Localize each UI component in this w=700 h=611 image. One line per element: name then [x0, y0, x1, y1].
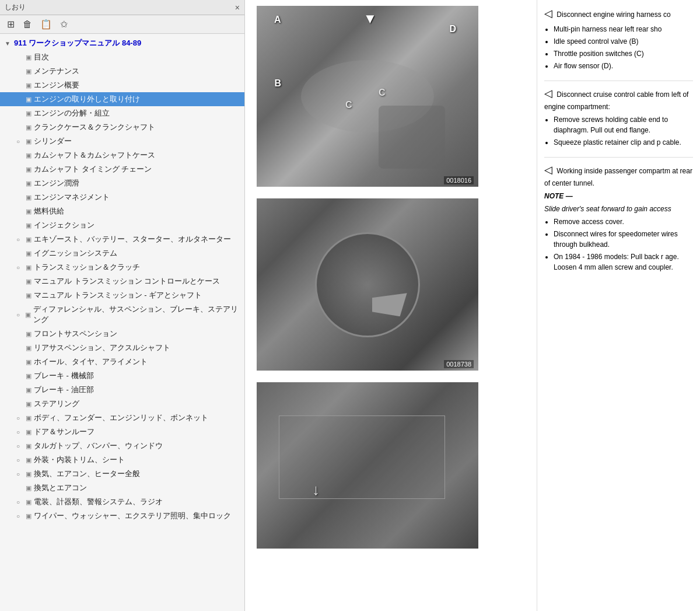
instruction-2-title: ◁ Disconnect cruise control cable from l…	[544, 86, 693, 112]
page-icon: ▣	[26, 138, 32, 145]
tree-item-label: トランスミッション＆クラッチ	[34, 262, 140, 273]
tree-item-label: メンテナンス	[34, 66, 79, 76]
sidebar-item-exhaust[interactable]: ○▣エキゾースト、バッテリー、スターター、オルタネーター	[0, 232, 244, 246]
tree-item-label: カムシャフト＆カムシャフトケース	[34, 150, 155, 160]
tree-item-label: ホイール、タイヤ、アライメント	[34, 357, 148, 367]
separator-1	[544, 81, 693, 81]
sidebar-toolbar: ⊞ 🗑 📋 ✩	[0, 15, 244, 34]
tree-item-label: ステアリング	[34, 399, 79, 409]
sidebar-item-manual-trans1[interactable]: ▣マニュアル トランスミッション コントロールとケース	[0, 274, 244, 288]
toolbar-btn-grid[interactable]: ⊞	[5, 18, 17, 31]
expander-icon: ○	[16, 236, 24, 243]
arrow-icon-1: ◁	[544, 8, 552, 19]
tree-item-label: 換気とエアコン	[34, 483, 87, 493]
instruction-3-title: ◁ Working inside passenger compartm at r…	[544, 162, 693, 188]
sidebar-item-camshaft2[interactable]: ▣カムシャフト タイミング チェーン	[0, 162, 244, 176]
tree-item-label: ドア＆サンルーフ	[34, 427, 94, 437]
expander-icon: ○	[16, 443, 24, 449]
tree-item-label: フロントサスペンション	[34, 329, 117, 339]
sidebar-item-engine-overview[interactable]: ▣エンジン概要	[0, 78, 244, 92]
bullet-1-2: Idle speed control valve (B)	[554, 36, 693, 47]
sidebar-item-differential[interactable]: ○▣ディファレンシャル、サスペンション、ブレーキ、ステアリング	[0, 302, 244, 327]
tree-item-label: マニュアル トランスミッション コントロールとケース	[34, 276, 220, 287]
toolbar-btn-delete[interactable]: 🗑	[20, 18, 34, 31]
expander-icon: ○	[16, 499, 24, 505]
sidebar-item-electrical[interactable]: ○▣電装、計器類、警報システム、ラジオ	[0, 495, 244, 509]
sidebar-item-transmission1[interactable]: ○▣トランスミッション＆クラッチ	[0, 260, 244, 274]
sidebar-item-root[interactable]: ▼911 ワークショップマニュアル 84-89	[0, 36, 244, 50]
sidebar-close-button[interactable]: ×	[235, 3, 240, 12]
tree-item-label: エンジン潤滑	[34, 178, 79, 188]
sidebar-item-steering[interactable]: ▣ステアリング	[0, 397, 244, 411]
sidebar-item-maintenance[interactable]: ▣メンテナンス	[0, 64, 244, 78]
page-icon: ▣	[26, 208, 32, 215]
bullet-3-1: Remove access cover.	[554, 217, 693, 227]
bullet-1-4: Air flow sensor (D).	[554, 61, 693, 71]
sidebar-item-index[interactable]: ▣目次	[0, 50, 244, 64]
sidebar-item-injection[interactable]: ▣インジェクション	[0, 218, 244, 232]
toolbar-btn-star[interactable]: ✩	[58, 18, 70, 31]
expander-icon: ○	[16, 429, 24, 435]
page-icon: ▣	[26, 180, 32, 187]
page-icon: ▣	[26, 414, 32, 422]
sidebar-item-brake-hyd[interactable]: ▣ブレーキ - 油圧部	[0, 383, 244, 397]
page-icon: ▣	[26, 344, 32, 352]
sidebar-item-wheels[interactable]: ▣ホイール、タイヤ、アライメント	[0, 355, 244, 369]
sidebar-item-body[interactable]: ○▣ボディ、フェンダー、エンジンリッド、ボンネット	[0, 411, 244, 425]
page-icon: ▣	[26, 194, 32, 201]
page-icon: ▣	[26, 386, 32, 394]
sidebar-item-engine-lube[interactable]: ▣エンジン潤滑	[0, 176, 244, 190]
instruction-1-list: Multi-pin harness near left rear sho Idl…	[554, 24, 693, 71]
sidebar-item-engine-mgmt[interactable]: ▣エンジンマネジメント	[0, 190, 244, 204]
page-icon: ▣	[26, 110, 32, 117]
sidebar-title: しおり	[5, 2, 26, 12]
engine-image-3: ↓	[257, 382, 478, 549]
sidebar-item-engine-disassembly[interactable]: ▣エンジンの分解・組立	[0, 106, 244, 120]
sidebar-item-exterior[interactable]: ○▣外装・内装トリム、シート	[0, 453, 244, 467]
sidebar-item-engine-removal[interactable]: ▣エンジンの取り外しと取り付け	[0, 92, 244, 106]
sidebar-item-cylinder[interactable]: ○▣シリンダー	[0, 134, 244, 148]
sidebar-item-rear-susp[interactable]: ▣リアサスペンション、アクスルシャフト	[0, 341, 244, 355]
page-icon: ▣	[26, 236, 32, 243]
expander-icon: ○	[16, 415, 24, 421]
sidebar-item-wiper[interactable]: ○▣ワイパー、ウォッシャー、エクステリア照明、集中ロック	[0, 509, 244, 523]
sidebar-item-camshaft1[interactable]: ▣カムシャフト＆カムシャフトケース	[0, 148, 244, 162]
page-icon: ▣	[26, 96, 32, 103]
tree-item-label: エキゾースト、バッテリー、スターター、オルタネーター	[34, 234, 231, 245]
page-icon: ▣	[26, 428, 32, 436]
app-container: しおり × ⊞ 🗑 📋 ✩ ▼911 ワークショップマニュアル 84-89▣目次…	[0, 0, 700, 611]
arrow-icon-3: ◁	[544, 164, 552, 176]
sidebar-item-manual-trans2[interactable]: ▣マニュアル トランスミッション - ギアとシャフト	[0, 288, 244, 302]
instruction-1-title: ◁ Disconnect engine wiring harness co	[544, 6, 693, 22]
sidebar-item-door[interactable]: ○▣ドア＆サンルーフ	[0, 425, 244, 439]
sidebar-item-ignition[interactable]: ▣イグニッションシステム	[0, 246, 244, 260]
expander-icon: ○	[16, 264, 24, 271]
image-number-1: 0018016	[444, 176, 474, 184]
bullet-2-2: Squeeze plastic retainer clip and p cabl…	[554, 137, 693, 148]
page-icon: ▣	[26, 222, 32, 229]
sidebar-item-ventilation[interactable]: ○▣換気、エアコン、ヒーター全般	[0, 467, 244, 481]
sidebar-item-crankcase[interactable]: ▣クランクケース＆クランクシャフト	[0, 120, 244, 134]
page-icon: ▣	[26, 250, 32, 257]
sidebar-item-targa[interactable]: ○▣タルガトップ、バンパー、ウィンドウ	[0, 439, 244, 453]
sidebar-item-front-susp[interactable]: ▣フロントサスペンション	[0, 327, 244, 341]
bullet-3-2: Disconnect wires for speedometer wires t…	[554, 229, 693, 250]
sidebar-item-fuel[interactable]: ▣燃料供給	[0, 204, 244, 218]
toolbar-btn-copy[interactable]: 📋	[38, 18, 54, 31]
sidebar-item-hvac[interactable]: ▣換気とエアコン	[0, 481, 244, 495]
expander-icon: ○	[16, 138, 24, 145]
page-icon: ▣	[26, 400, 32, 408]
instruction-2-list: Remove screws holding cable end to diaph…	[554, 114, 693, 148]
page-icon: ▣	[26, 264, 32, 271]
sidebar: しおり × ⊞ 🗑 📋 ✩ ▼911 ワークショップマニュアル 84-89▣目次…	[0, 0, 245, 611]
bullet-3-3: On 1984 - 1986 models: Pull back r age. …	[554, 252, 693, 273]
page-icon: ▣	[26, 470, 32, 478]
sidebar-item-brake-mech[interactable]: ▣ブレーキ - 機械部	[0, 369, 244, 383]
bullet-2-1: Remove screws holding cable end to diaph…	[554, 114, 693, 135]
page-icon: ▣	[26, 484, 32, 492]
page-icon: ▣	[26, 330, 32, 338]
doc-area: A B C C D ▼ 0018016 0018	[245, 0, 537, 611]
instruction-block-1: ◁ Disconnect engine wiring harness co Mu…	[544, 6, 693, 71]
engine-image-2: 0018738	[257, 198, 478, 371]
instruction-block-2: ◁ Disconnect cruise control cable from l…	[544, 86, 693, 148]
